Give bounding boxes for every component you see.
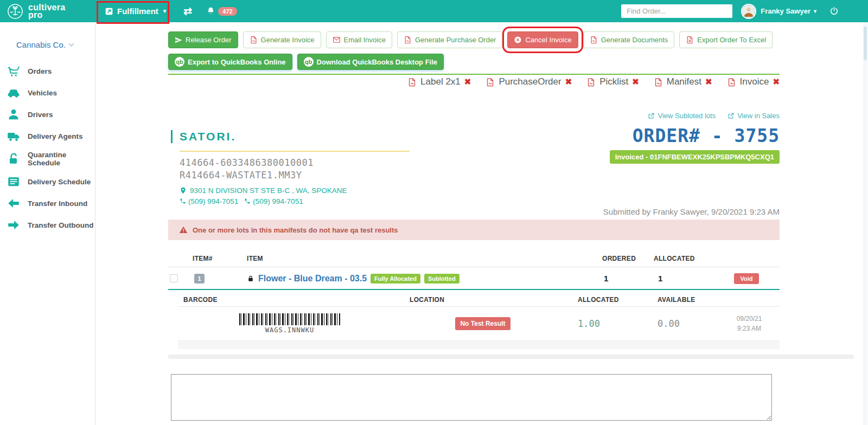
delete-document-icon[interactable]: ✖ <box>773 77 780 87</box>
view-subloted-lots-link[interactable]: View Subloted lots <box>648 112 716 120</box>
scrollbar-thumb[interactable] <box>864 27 867 60</box>
barcode-image <box>239 313 340 325</box>
generated-documents-list: Label 2x1 ✖ PurchaseOrder ✖ Picklist ✖ M… <box>168 76 780 87</box>
lot-allocated-value: 1.00 <box>564 318 651 329</box>
sidebar-item-label: Delivery Schedule <box>28 178 91 186</box>
brand-logo[interactable]: cultivera pro <box>0 3 95 20</box>
sidebar-item-drivers[interactable]: Drivers <box>0 104 95 125</box>
qa-warning-banner: One or more lots in this manifests do no… <box>168 220 780 240</box>
quickbooks-icon: qb <box>175 57 184 67</box>
phone-icon <box>244 198 251 204</box>
view-in-sales-link[interactable]: View in Sales <box>727 112 780 120</box>
sidebar-item-delivery-schedule[interactable]: Delivery Schedule <box>0 171 95 192</box>
document-link-purchaseorder[interactable]: PurchaseOrder ✖ <box>486 76 572 87</box>
void-button[interactable]: Void <box>734 273 758 284</box>
col-lot-allocated: ALLOCATED <box>564 296 651 304</box>
delete-document-icon[interactable]: ✖ <box>705 77 712 87</box>
sidebar-item-label: Drivers <box>28 111 53 119</box>
generate-documents-button[interactable]: Generate Documents <box>583 31 675 48</box>
fully-allocated-badge: Fully Allocated <box>371 274 420 284</box>
item-index-badge: 1 <box>194 274 205 284</box>
customer-address: 9301 N DIVISION ST STE B-C , WA, SPOKANE <box>180 186 410 195</box>
fulfillment-menu[interactable]: Fulfillment ▾ <box>98 0 173 22</box>
brand-name: cultivera pro <box>28 4 66 19</box>
header-right-group: Franky Sawyer ▾ <box>621 4 868 19</box>
download-quickbooks-desktop-button[interactable]: qb Download QuickBooks Desktop File <box>297 54 444 70</box>
col-lot-available: AVAILABLE <box>651 296 719 304</box>
submitted-info: Submitted by Franky Sawyer, 9/20/2021 9:… <box>168 207 780 216</box>
swap-arrows-icon[interactable]: ⇄ <box>183 5 192 17</box>
invoiced-status-badge: Invoiced - 01FNFBEWEXK25KPSBPMKQ5CXQ1 <box>610 150 780 164</box>
phone-1: (509) 994-7051 <box>180 197 238 205</box>
map-pin-icon <box>180 187 187 194</box>
item-row-checkbox[interactable] <box>170 274 178 282</box>
sidebar-item-transfer-inbound[interactable]: Transfer Inbound <box>0 192 95 214</box>
search-input[interactable] <box>621 4 732 18</box>
fulfillment-launch-icon <box>105 7 113 16</box>
document-link-picklist[interactable]: Picklist ✖ <box>586 76 639 87</box>
pdf-file-icon <box>654 78 663 87</box>
user-name-label: Franky Sawyer <box>761 7 810 15</box>
avatar[interactable] <box>741 4 756 19</box>
quickbooks-toolbar: qb Export to QuickBooks Online qb Downlo… <box>168 54 444 70</box>
sidebar-item-quarantine-schedule[interactable]: Quarantine Schedule <box>0 147 95 171</box>
delete-document-icon[interactable]: ✖ <box>632 77 639 87</box>
col-item-number: ITEM# <box>193 255 247 262</box>
item-name-link[interactable]: Flower - Blue Dream - 03.5 <box>258 274 367 284</box>
arrow-left-icon <box>7 196 21 210</box>
company-selector[interactable]: Cannabis Co. <box>16 40 95 49</box>
release-order-button[interactable]: Release Order <box>168 31 238 48</box>
quickbooks-icon: qb <box>304 57 314 67</box>
email-invoice-button[interactable]: Email Invoice <box>326 31 392 48</box>
phone-2: (509) 994-7051 <box>244 197 303 205</box>
cultivera-logo-icon <box>7 3 23 20</box>
customer-block: SATORI. 414664-6033486380010001 R414664-… <box>171 130 410 205</box>
user-menu[interactable]: Franky Sawyer ▾ <box>761 7 816 15</box>
notifications-button[interactable]: 472 <box>206 7 237 16</box>
export-quickbooks-online-button[interactable]: qb Export to QuickBooks Online <box>168 54 292 70</box>
col-item: ITEM <box>247 255 594 262</box>
sidebar-item-vehicles[interactable]: Vehicles <box>0 82 95 104</box>
items-table-header: ITEM# ITEM ORDERED ALLOCATED <box>168 250 780 267</box>
order-summary-block: ORDER# - 3755 Invoiced - 01FNFBEWEXK25KP… <box>542 125 780 164</box>
customer-phones: (509) 994-7051 (509) 994-7051 <box>180 197 410 205</box>
lots-subtable: BARCODE LOCATION ALLOCATED AVAILABLE WAG… <box>178 293 780 349</box>
generate-purchase-order-button[interactable]: Generate Purchase Order <box>397 31 503 48</box>
sidebar-item-delivery-agents[interactable]: Delivery Agents <box>0 125 95 147</box>
phone-icon <box>180 198 186 204</box>
logout-button[interactable] <box>829 7 839 16</box>
pdf-file-icon <box>486 78 495 87</box>
order-actions-toolbar: Release Order Generate Invoice Email Inv… <box>168 31 773 48</box>
document-link-invoice[interactable]: Invoice ✖ <box>727 76 780 87</box>
ordered-quantity: 1 <box>594 274 654 283</box>
item-table-row: 1 Flower - Blue Dream - 03.5 Fully Alloc… <box>168 268 780 290</box>
document-link-manifest[interactable]: Manifest ✖ <box>654 76 712 87</box>
generate-invoice-button[interactable]: Generate Invoice <box>243 31 321 48</box>
delivery-truck-icon <box>7 129 21 143</box>
col-allocated: ALLOCATED <box>654 255 713 262</box>
lot-available-value: 0.00 <box>651 318 719 329</box>
chevron-down-icon: ▾ <box>814 8 816 14</box>
lot-table-row: WAGS.INNWKU No Test Result 1.00 0.00 09/… <box>178 307 780 341</box>
cancel-invoice-button[interactable]: Cancel Invoice <box>507 31 578 48</box>
company-name: Cannabis Co. <box>16 40 66 49</box>
lock-icon <box>247 275 254 282</box>
order-notes-textarea[interactable] <box>171 374 772 421</box>
power-icon <box>829 7 839 16</box>
customer-name: SATORI. <box>171 130 410 143</box>
arrow-right-icon <box>7 218 21 232</box>
delete-document-icon[interactable]: ✖ <box>464 77 471 87</box>
unlock-icon <box>7 152 21 166</box>
send-icon <box>175 36 182 44</box>
sidebar: Cannabis Co. Orders Vehicles Drivers <box>0 22 95 425</box>
document-link-label-2x1[interactable]: Label 2x1 ✖ <box>407 76 471 87</box>
export-order-excel-button[interactable]: Export Order To Excel <box>679 31 773 48</box>
lots-table-header: BARCODE LOCATION ALLOCATED AVAILABLE <box>178 293 780 307</box>
warning-text: One or more lots in this manifests do no… <box>193 226 398 234</box>
order-number: ORDER# - 3755 <box>542 125 780 146</box>
notification-count-badge: 472 <box>218 7 237 16</box>
excel-file-icon <box>686 36 694 44</box>
sidebar-item-orders[interactable]: Orders <box>0 60 95 82</box>
sidebar-item-transfer-outbound[interactable]: Transfer Outbound <box>0 214 95 236</box>
delete-document-icon[interactable]: ✖ <box>565 77 572 87</box>
